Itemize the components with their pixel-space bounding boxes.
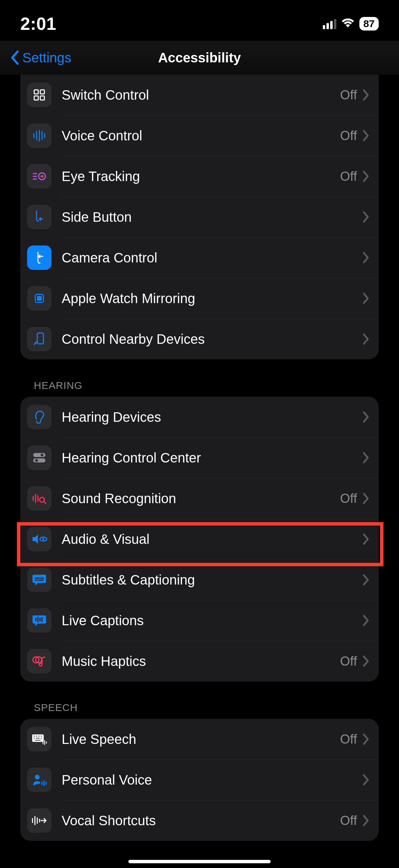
hearing-devices-icon [27,405,51,429]
back-label: Settings [22,50,71,65]
row-label: Switch Control [62,87,340,103]
svg-point-13 [41,175,43,178]
chevron-right-icon [362,492,370,505]
chevron-right-icon [362,614,370,627]
audio-visual-icon [27,527,51,551]
status-bar: 2:01 87 [0,0,399,41]
svg-point-27 [42,538,44,540]
row-personal-voice[interactable]: Personal Voice [20,760,379,800]
row-live-speech[interactable]: Live Speech Off [20,719,379,760]
row-value: Off [340,169,357,184]
row-value: Off [340,654,357,669]
section-hearing: Hearing Devices Hearing Control Center S… [20,397,379,682]
chevron-right-icon [362,332,370,346]
row-live-captions[interactable]: Live Captions [20,600,379,641]
row-audio-visual[interactable]: Audio & Visual [20,519,379,559]
chevron-right-icon [362,814,370,827]
row-hearing-control-center[interactable]: Hearing Control Center [20,437,379,478]
chevron-right-icon [362,773,370,787]
chevron-right-icon [362,170,370,183]
row-label: Personal Voice [62,772,362,788]
chevron-right-icon [362,410,370,424]
battery-indicator: 87 [359,17,379,31]
chevron-right-icon [362,573,370,587]
row-camera-control[interactable]: Camera Control [20,237,379,278]
eye-tracking-icon [27,164,51,189]
chevron-right-icon [362,451,370,465]
row-control-nearby-devices[interactable]: Control Nearby Devices [20,319,379,359]
settings-scroll[interactable]: Switch Control Off Voice Control Off Eye… [0,75,399,868]
row-label: Live Captions [62,613,362,628]
section-header-hearing: HEARING [34,380,379,391]
row-label: Camera Control [62,250,362,265]
camera-control-icon [27,245,51,270]
svg-point-18 [41,454,43,456]
chevron-right-icon [362,732,370,746]
row-label: Hearing Control Center [62,450,362,466]
chevron-right-icon [362,251,370,264]
row-switch-control[interactable]: Switch Control Off [20,75,379,115]
chevron-right-icon [362,129,370,142]
switch-control-icon [27,83,51,107]
chevron-right-icon [362,654,370,668]
row-sound-recognition[interactable]: Sound Recognition Off [20,478,379,519]
nav-header: Settings Accessibility [0,41,399,75]
section-physical-motor: Switch Control Off Voice Control Off Eye… [20,75,379,359]
row-label: Subtitles & Captioning [62,572,362,588]
svg-point-50 [35,775,40,780]
home-indicator[interactable] [128,860,271,863]
row-label: Hearing Devices [62,410,362,425]
row-eye-tracking[interactable]: Eye Tracking Off [20,156,379,197]
wifi-icon [341,18,355,29]
section-header-speech: SPEECH [34,702,379,713]
voice-control-icon [27,123,51,148]
personal-voice-icon [27,768,51,792]
page-title: Accessibility [158,50,241,65]
svg-rect-19 [33,458,45,462]
control-nearby-icon [27,327,51,351]
svg-line-25 [44,502,46,504]
svg-rect-1 [40,90,44,94]
row-label: Live Speech [62,732,340,747]
svg-rect-3 [40,96,44,100]
apple-watch-mirroring-icon [27,286,51,311]
row-label: Eye Tracking [62,169,340,184]
chevron-right-icon [362,88,370,102]
row-label: Sound Recognition [62,491,340,506]
svg-rect-16 [37,333,43,344]
chevron-left-icon [10,50,19,65]
back-button[interactable]: Settings [10,50,71,65]
row-label: Control Nearby Devices [62,332,362,347]
row-subtitles-captioning[interactable]: Subtitles & Captioning [20,559,379,600]
vocal-shortcuts-icon [27,808,51,833]
svg-point-20 [35,459,38,462]
chevron-right-icon [362,210,370,224]
svg-rect-15 [37,296,42,301]
subtitles-icon [27,568,51,592]
section-speech: Live Speech Off Personal Voice Vocal Sho… [20,719,379,841]
row-value: Off [340,813,357,828]
side-button-icon [27,205,51,229]
row-voice-control[interactable]: Voice Control Off [20,115,379,156]
live-speech-icon [27,727,51,751]
row-vocal-shortcuts[interactable]: Vocal Shortcuts Off [20,800,379,841]
row-value: Off [340,491,357,506]
svg-rect-0 [34,90,38,94]
row-value: Off [340,88,357,102]
status-time: 2:01 [20,14,56,34]
row-hearing-devices[interactable]: Hearing Devices [20,397,379,437]
row-music-haptics[interactable]: Music Haptics Off [20,641,379,682]
row-label: Side Button [62,210,362,225]
row-label: Vocal Shortcuts [62,813,340,828]
row-apple-watch-mirroring[interactable]: Apple Watch Mirroring [20,278,379,319]
music-haptics-icon [27,649,51,673]
cellular-signal-icon [323,18,336,29]
row-label: Music Haptics [62,654,340,669]
chevron-right-icon [362,532,370,546]
row-side-button[interactable]: Side Button [20,197,379,237]
hearing-control-center-icon [27,446,51,470]
row-label: Apple Watch Mirroring [62,291,362,306]
row-value: Off [340,129,357,143]
chevron-right-icon [362,292,370,305]
row-label: Voice Control [62,128,340,143]
